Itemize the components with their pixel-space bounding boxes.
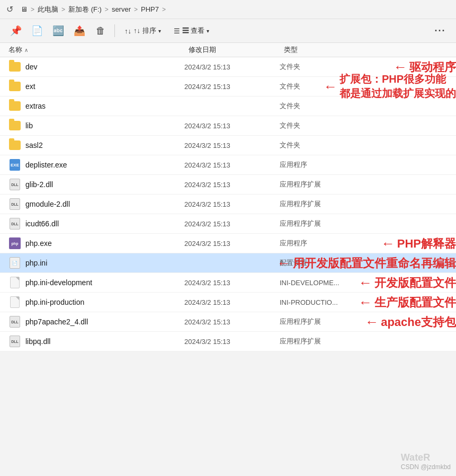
- file-date: 2024/3/2 15:13: [184, 83, 280, 91]
- file-type: 应用程序扩展: [280, 219, 456, 228]
- file-type: 应用程序扩展: [280, 337, 456, 346]
- watermark-water: WateR: [401, 452, 430, 463]
- file-type: 应用程序扩展: [280, 180, 456, 189]
- file-icon-cell: [8, 139, 21, 152]
- watermark: WateR CSDN @jzdmkbd: [401, 452, 451, 471]
- file-row[interactable]: 📄 php.ini 配置设置 ← 用开发版配置文件重命名再编辑: [0, 253, 456, 273]
- ini-icon: 📄: [10, 257, 20, 269]
- file-row[interactable]: DLL icudt66.dll 2024/3/2 15:13 应用程序扩展: [0, 214, 456, 234]
- file-type: 文件夹: [280, 101, 456, 111]
- file-date: 2024/3/2 15:13: [184, 240, 280, 248]
- more-button[interactable]: ···: [431, 22, 450, 39]
- phpexe-icon: php: [9, 237, 21, 249]
- breadcrumb-sep-2: >: [105, 6, 109, 13]
- file-icon-cell: [8, 119, 21, 132]
- breadcrumb-drive[interactable]: 新加卷 (F:): [68, 5, 102, 14]
- file-name: icudt66.dll: [25, 219, 184, 228]
- folder-icon: [9, 82, 21, 91]
- dll-icon: DLL: [10, 336, 20, 347]
- file-icon-cell: [8, 276, 21, 289]
- watermark-csdn: CSDN @jzdmkbd: [401, 463, 451, 471]
- dll-icon: DLL: [10, 198, 20, 210]
- sort-dropdown-icon: ▾: [158, 28, 161, 34]
- view-label: ☰ 查看: [182, 26, 205, 36]
- breadcrumb-computer[interactable]: 此电脑: [38, 5, 58, 14]
- file-type: 应用程序: [280, 160, 456, 170]
- delete-button[interactable]: 🗑: [91, 22, 110, 39]
- dll-icon: DLL: [10, 316, 20, 328]
- file-icon-cell: [8, 100, 21, 112]
- file-name: sasl2: [25, 141, 184, 149]
- file-name: deplister.exe: [25, 161, 184, 169]
- file-type: 文件夹: [280, 140, 456, 150]
- share-button[interactable]: 📤: [70, 22, 89, 39]
- file-row[interactable]: php.ini-production 2024/3/2 15:13 INI-PR…: [0, 293, 456, 312]
- file-icon-cell: php: [8, 237, 21, 250]
- refresh-icon[interactable]: ↺: [6, 4, 13, 14]
- breadcrumb-sep-1: >: [61, 6, 65, 13]
- file-name: extras: [25, 102, 184, 110]
- file-date: 2024/3/2 15:13: [184, 279, 280, 287]
- file-row[interactable]: lib 2024/3/2 15:13 文件夹: [0, 116, 456, 136]
- file-icon-cell: DLL: [8, 335, 21, 348]
- file-icon-cell: 📄: [8, 257, 21, 269]
- file-icon-cell: EXE: [8, 158, 21, 171]
- breadcrumb-sep-0: >: [31, 6, 34, 13]
- file-icon-cell: DLL: [8, 315, 21, 328]
- file-icon-cell: [8, 296, 21, 308]
- file-type: INI-DEVELOPME...: [280, 279, 456, 287]
- sort-icon: ↑↓: [124, 27, 131, 35]
- breadcrumb-server[interactable]: server: [112, 5, 131, 13]
- file-date: 2024/3/2 15:13: [184, 318, 280, 326]
- copy-button[interactable]: 📄: [28, 22, 47, 39]
- breadcrumb-php7[interactable]: PHP7: [141, 5, 159, 13]
- file-type: 文件夹: [280, 82, 456, 91]
- file-row[interactable]: DLL php7apache2_4.dll 2024/3/2 15:13 应用程…: [0, 312, 456, 332]
- file-name: php.ini: [25, 259, 184, 267]
- file-row[interactable]: extras 文件夹: [0, 96, 456, 116]
- file-row[interactable]: DLL libpq.dll 2024/3/2 15:13 应用程序扩展: [0, 332, 456, 351]
- dll-icon: DLL: [10, 179, 20, 190]
- view-button[interactable]: ☰ ☰ 查看 ▾: [168, 23, 215, 38]
- file-row[interactable]: EXE deplister.exe 2024/3/2 15:13 应用程序: [0, 155, 456, 175]
- file-row[interactable]: DLL gmodule-2.dll 2024/3/2 15:13 应用程序扩展: [0, 195, 456, 214]
- file-row[interactable]: DLL glib-2.dll 2024/3/2 15:13 应用程序扩展: [0, 175, 456, 195]
- file-icon-cell: [8, 80, 21, 93]
- file-date: 2024/3/2 15:13: [184, 161, 280, 169]
- file-type: 应用程序: [280, 239, 456, 248]
- breadcrumb-sep-4: >: [162, 6, 166, 13]
- sort-button[interactable]: ↑↓ ↑↓ 排序 ▾: [119, 23, 166, 38]
- file-row[interactable]: dev 2024/3/2 15:13 文件夹 ← 驱动程序: [0, 57, 456, 77]
- file-name: lib: [25, 121, 184, 130]
- file-date: 2024/3/2 15:13: [184, 122, 280, 130]
- column-headers: 名称 ∧ 修改日期 类型: [0, 43, 456, 57]
- file-name: gmodule-2.dll: [25, 200, 184, 208]
- file-row[interactable]: php.ini-development 2024/3/2 15:13 INI-D…: [0, 273, 456, 293]
- file-date: 2024/3/2 15:13: [184, 298, 280, 306]
- file-type: 配置设置: [280, 258, 456, 268]
- file-type: INI-PRODUCTIO...: [280, 298, 456, 306]
- file-date: 2024/3/2 15:13: [184, 142, 280, 149]
- toolbar: 📌 📄 🔤 📤 🗑 ↑↓ ↑↓ 排序 ▾ ☰ ☰ 查看 ▾ ···: [0, 19, 456, 43]
- file-type: 应用程序扩展: [280, 199, 456, 209]
- file-row[interactable]: ext 2024/3/2 15:13 文件夹 ← 扩展包：PHP很多功能 都是通…: [0, 77, 456, 96]
- sort-arrow-name: ∧: [24, 47, 28, 53]
- file-name: php.exe: [25, 239, 184, 248]
- toolbar-separator: [114, 24, 115, 37]
- sort-label: ↑↓ 排序: [133, 26, 156, 36]
- file-name: glib-2.dll: [25, 180, 184, 189]
- view-icon: ☰: [174, 27, 180, 35]
- breadcrumb-sep-3: >: [134, 6, 138, 13]
- rename-button[interactable]: 🔤: [49, 22, 68, 39]
- exe-icon: EXE: [10, 159, 20, 171]
- breadcrumb-bar: ↺ 🖥 > 此电脑 > 新加卷 (F:) > server > PHP7 >: [0, 0, 456, 19]
- col-header-name[interactable]: 名称 ∧: [8, 45, 189, 55]
- col-header-type[interactable]: 类型: [284, 45, 456, 55]
- pin-button[interactable]: 📌: [6, 22, 25, 39]
- computer-icon: 🖥: [21, 5, 28, 13]
- file-type: 文件夹: [280, 121, 456, 130]
- file-row[interactable]: sasl2 2024/3/2 15:13 文件夹: [0, 136, 456, 155]
- col-header-date[interactable]: 修改日期: [189, 45, 284, 55]
- folder-icon: [9, 121, 21, 130]
- file-row[interactable]: php php.exe 2024/3/2 15:13 应用程序 ← PHP解释器: [0, 234, 456, 253]
